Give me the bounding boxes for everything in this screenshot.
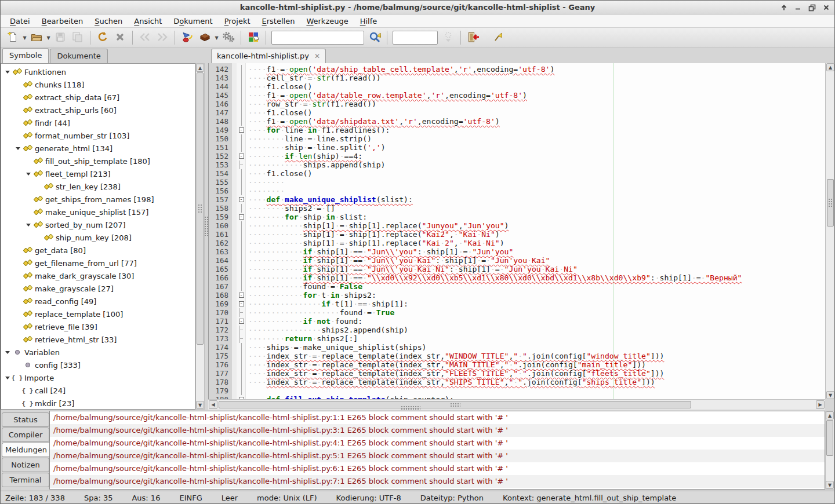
code-line[interactable]: 178····index_str·=·replace_template(inde… (209, 378, 825, 386)
tree-item[interactable]: get_data [80] (1, 244, 195, 257)
search-input[interactable] (274, 32, 373, 43)
code-line[interactable]: 168-············for·t·in·ships2: (209, 291, 825, 300)
new-file-dropdown[interactable]: ▼ (21, 30, 28, 46)
code-line[interactable]: 145····f1·=·open('data/table_row.templat… (209, 91, 825, 100)
tree-item[interactable]: fleet_templ [213] (1, 167, 195, 180)
menu-item-werkzeuge[interactable]: Werkzeuge (300, 15, 354, 27)
scroll-down-icon[interactable]: ▼ (826, 481, 834, 489)
tree-item[interactable]: replace_template [100] (1, 308, 195, 320)
navigate-back-button[interactable] (136, 30, 154, 46)
scroll-up-icon[interactable]: ▲ (826, 411, 834, 419)
panel-tab-compiler[interactable]: Compiler (2, 428, 49, 442)
message-row[interactable]: /home/balmung/source/git/kancolle-html-s… (50, 475, 825, 488)
sidebar-scrollbar[interactable]: ▲ ▼ (195, 63, 205, 410)
code-line[interactable]: 175····index_str·=·replace_template(inde… (209, 352, 825, 360)
code-line[interactable]: 180-····def·fill_out_ship_template(ship,… (209, 395, 825, 399)
code-line[interactable]: 159-········for·ship·in·slist: (209, 213, 825, 221)
search-button[interactable] (366, 30, 383, 46)
expander-icon[interactable] (14, 147, 22, 150)
fold-toggle-icon[interactable]: - (237, 126, 246, 134)
code-line[interactable]: 174····ships·=·make_unique_shiplist(ship… (209, 343, 825, 352)
code-line[interactable]: 179 (209, 386, 825, 395)
menu-item-ansicht[interactable]: Ansicht (128, 15, 168, 27)
tree-item[interactable]: config [333] (1, 359, 195, 371)
tree-item[interactable]: findr [44] (1, 116, 195, 129)
code-line[interactable]: 170····················found·=·True (209, 308, 825, 317)
code-line[interactable]: 150········line·=·line.strip() (209, 134, 825, 143)
code-line[interactable]: 163············if·ship[1]·==·"Jun\\'you"… (209, 247, 825, 256)
tree-item[interactable]: Funktionen (1, 65, 195, 78)
tree-item[interactable]: read_config [49] (1, 295, 195, 308)
compile-button[interactable] (179, 30, 196, 46)
tree-item[interactable]: get_filename_from_url [77] (1, 257, 195, 269)
color-chooser-button[interactable] (245, 30, 262, 46)
menu-item-bearbeiten[interactable]: Bearbeiten (36, 15, 89, 27)
message-row[interactable]: /home/balmung/source/git/kancolle-html-s… (50, 437, 825, 450)
menu-item-projekt[interactable]: Projekt (219, 15, 256, 27)
tree-item[interactable]: ship_num_key [208] (1, 231, 195, 244)
code-line[interactable]: 153············ships.append(ship) (209, 160, 825, 169)
tree-item[interactable]: retrieve_file [39] (1, 320, 195, 333)
symbol-tree[interactable]: Funktionenchunks [118]extract_ship_data … (1, 63, 195, 410)
minimize-button[interactable] (794, 4, 801, 11)
tree-item[interactable]: format_number_str [103] (1, 129, 195, 142)
code-line[interactable]: 148····f1·=·open('data/shipdata.txt','r'… (209, 117, 825, 126)
panel-tab-terminal[interactable]: Terminal (2, 473, 49, 487)
code-line[interactable]: 161············ship[1]·=·ship[1].replace… (209, 230, 825, 239)
code-line[interactable]: 171-············if·not·found: (209, 317, 825, 326)
code-line[interactable]: 162············ship[1]·=·ship[1].replace… (209, 239, 825, 247)
message-row[interactable]: /home/balmung/source/git/kancolle-html-s… (50, 411, 825, 424)
tree-item[interactable]: extract_ship_data [67] (1, 91, 195, 104)
quit-button[interactable] (464, 30, 482, 46)
tree-item[interactable]: sorted_by_num [207] (1, 218, 195, 231)
tree-item[interactable]: make_dark_grayscale [30] (1, 269, 195, 282)
tree-item[interactable]: make_unique_shiplist [157] (1, 206, 195, 218)
close-button[interactable] (823, 4, 830, 11)
code-line[interactable]: 143····cell_str·=·str(f1.read()) (209, 74, 825, 82)
code-line[interactable]: 173········return·ships2[:] (209, 334, 825, 343)
restore-button[interactable] (808, 4, 816, 12)
tab-documents[interactable]: Dokumente (50, 49, 107, 63)
messages-scrollbar[interactable]: ▲ ▼ (825, 411, 834, 490)
code-line[interactable]: 160············ship[1]·=·ship[1].replace… (209, 221, 825, 230)
tree-item[interactable]: make_grayscale [27] (1, 282, 195, 295)
tree-item[interactable]: get_ships_from_names [198] (1, 193, 195, 206)
open-file-button[interactable] (28, 30, 45, 46)
panel-tab-meldungen[interactable]: Meldungen (2, 443, 50, 457)
code-line[interactable]: 152-········if·len(ship)·==4: (209, 152, 825, 160)
expander-icon[interactable] (3, 377, 12, 379)
menu-item-dokument[interactable]: Dokument (168, 15, 218, 27)
expander-icon[interactable] (3, 351, 12, 354)
menu-item-datei[interactable]: Datei (4, 15, 36, 27)
new-file-button[interactable] (4, 30, 21, 46)
fold-toggle-icon[interactable]: - (237, 291, 246, 300)
code-line[interactable]: 164············if·ship[1]·==·"Jun\\'you·… (209, 256, 825, 265)
code-line[interactable]: 177····index_str·=·replace_template(inde… (209, 369, 825, 378)
scroll-up-icon[interactable]: ▲ (826, 63, 834, 71)
shade-button[interactable] (780, 4, 787, 11)
save-all-button[interactable] (69, 30, 86, 46)
code-area[interactable]: 142····f1·=·open('data/ship_table_cell.t… (208, 63, 834, 399)
close-document-button[interactable] (111, 30, 129, 46)
editor-tab[interactable]: kancolle-html-shiplist.py ✕ (211, 49, 326, 63)
fold-toggle-icon[interactable]: - (237, 300, 246, 308)
scroll-down-icon[interactable]: ▼ (826, 391, 834, 399)
navigate-forward-button[interactable] (154, 30, 171, 46)
open-file-dropdown[interactable]: ▼ (45, 30, 52, 46)
code-line[interactable]: 166············if·ship[1]·==·"\\xd0\\x92… (209, 273, 825, 282)
editor-vscrollbar[interactable]: ▲ ▼ (825, 63, 834, 399)
scroll-up-icon[interactable]: ▲ (196, 64, 204, 72)
code-line[interactable]: 176····index_str·=·replace_template(inde… (209, 360, 825, 369)
tab-symbols[interactable]: Symbole (2, 48, 49, 63)
message-row[interactable]: /home/balmung/source/git/kancolle-html-s… (50, 424, 825, 437)
build-dropdown[interactable]: ▼ (213, 30, 220, 46)
message-row[interactable]: /home/balmung/source/git/kancolle-html-s… (50, 450, 825, 462)
messages-scroll-thumb[interactable] (826, 420, 833, 456)
editor-vscroll-thumb[interactable] (827, 179, 834, 227)
fold-toggle-icon[interactable]: - (237, 317, 246, 326)
fold-toggle-icon[interactable]: - (237, 213, 246, 221)
code-line[interactable]: 144····f1.close() (209, 82, 825, 91)
tree-item[interactable]: Variablen (1, 346, 195, 359)
code-line[interactable]: 147····f1.close() (209, 108, 825, 117)
fold-toggle-icon[interactable]: - (237, 395, 246, 399)
